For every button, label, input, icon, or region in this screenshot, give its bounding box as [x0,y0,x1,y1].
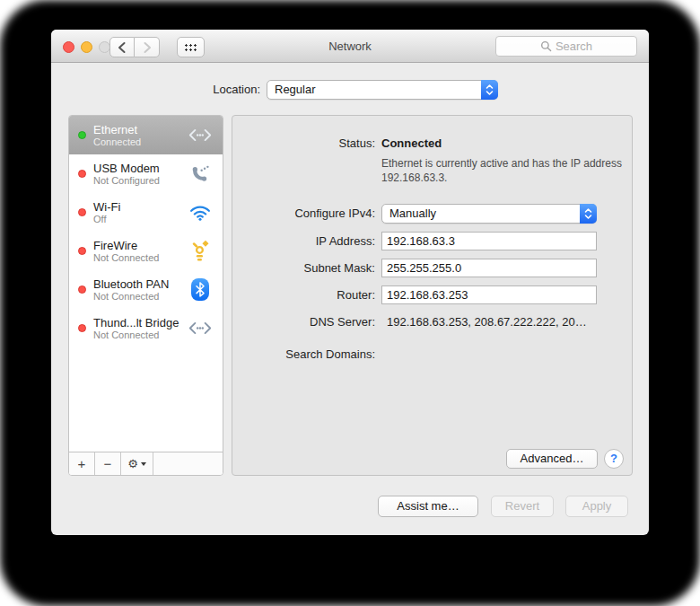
advanced-button[interactable]: Advanced… [506,449,598,469]
bridge-icon [187,316,214,341]
dns-server-label: DNS Server: [232,315,375,329]
interface-name: Ethernet [93,123,141,136]
interface-name: Thund...lt Bridge [93,316,179,329]
router-label: Router: [232,288,375,302]
popup-stepper-icon [580,204,597,224]
grid-icon [183,42,198,53]
configure-ipv4-popup[interactable]: Manually [381,204,597,224]
location-label: Location: [144,80,260,100]
network-preferences-window: Network [51,30,649,535]
revert-button: Revert [491,496,554,517]
sidebar-item-wifi[interactable]: Wi-Fi Off [69,193,223,232]
title-bar[interactable]: Network [51,30,649,63]
sidebar-toolbar: + − ⚙ [69,452,223,475]
status-dot-red [78,208,86,216]
ip-address-field[interactable] [381,232,597,250]
screenshot-stage: Network [0,0,700,606]
router-field[interactable] [381,285,597,304]
firewire-icon [187,239,214,264]
status-dot-red [78,324,86,332]
search-input[interactable]: Search [495,36,637,57]
status-description: Ethernet is currently active and has the… [381,156,667,185]
help-button[interactable]: ? [604,449,624,469]
ethernet-icon [187,123,214,148]
modem-phone-icon [187,162,214,187]
show-all-button[interactable] [177,37,205,57]
configure-ipv4-label: Configure IPv4: [232,206,375,220]
assist-me-button[interactable]: Assist me… [378,496,478,517]
interface-name: FireWire [93,239,159,252]
sidebar-item-bluetooth-pan[interactable]: Bluetooth PAN Not Connected [69,270,223,309]
sidebar-item-firewire[interactable]: FireWire Not Connected [69,232,223,270]
location-value: Regular [267,81,497,99]
interface-detail-panel: Status: Connected Ethernet is currently … [232,115,633,476]
forward-button [135,37,160,57]
search-icon [540,40,552,52]
interface-name: Bluetooth PAN [93,277,169,291]
subnet-mask-label: Subnet Mask: [232,261,375,275]
sidebar-item-thunderbolt-bridge[interactable]: Thund...lt Bridge Not Connected [69,309,223,347]
dns-server-value: 192.168.63.253, 208.67.222.222, 20… [387,315,587,329]
action-menu-button[interactable]: ⚙ [121,452,153,475]
interface-status: Connected [93,136,141,148]
status-dot-red [78,247,86,255]
interface-name: USB Modem [93,162,160,175]
interface-status: Off [93,214,120,225]
popup-stepper-icon [481,80,498,100]
remove-interface-button[interactable]: − [95,452,121,475]
nav-buttons [109,37,160,57]
interface-status: Not Connected [93,252,159,264]
interface-status: Not Configured [93,175,160,187]
apply-button: Apply [565,496,628,517]
interface-status: Not Connected [93,329,179,341]
interface-name: Wi-Fi [93,200,120,214]
status-dot-green [78,131,86,139]
add-interface-button[interactable]: + [69,452,95,475]
bluetooth-icon [187,277,214,303]
interfaces-sidebar: Ethernet Connected USB Modem Not Configu… [68,115,223,476]
sidebar-item-ethernet[interactable]: Ethernet Connected [69,116,223,154]
status-label: Status: [232,136,375,150]
status-value: Connected [381,136,442,150]
search-domains-label: Search Domains: [232,347,375,361]
ip-address-label: IP Address: [232,234,375,248]
chevron-down-icon [141,462,146,466]
subnet-mask-field[interactable] [381,259,597,277]
sidebar-item-usb-modem[interactable]: USB Modem Not Configured [69,154,223,193]
interface-status: Not Connected [93,291,169,303]
gear-icon: ⚙ [127,457,138,470]
chevron-left-icon [117,41,127,54]
status-dot-red [78,170,86,178]
status-dot-red [78,285,86,294]
wifi-icon [187,200,214,225]
location-popup[interactable]: Regular [267,80,498,100]
configure-ipv4-value: Manually [382,205,596,223]
back-button[interactable] [109,37,135,57]
chevron-right-icon [142,41,153,54]
search-placeholder: Search [556,40,592,53]
